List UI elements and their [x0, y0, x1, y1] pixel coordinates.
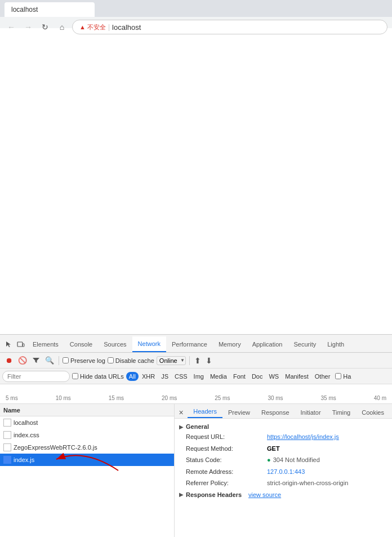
disable-cache-checkbox[interactable] [108, 357, 114, 363]
response-headers-section-title: Response Headers [186, 491, 242, 498]
filter-type-font[interactable]: Font [230, 372, 248, 380]
refresh-button[interactable]: ↻ [38, 20, 52, 34]
back-button[interactable]: ← [5, 20, 18, 34]
clear-button[interactable]: 🚫 [17, 355, 28, 366]
filter-type-all[interactable]: All [126, 372, 139, 381]
devtools-icon-responsive[interactable] [15, 336, 27, 352]
file-item-indexjs[interactable]: index.js [0, 454, 174, 466]
filter-type-doc[interactable]: Doc [249, 372, 266, 380]
timeline-label-0: 5 ms [6, 395, 18, 401]
hide-data-urls-label[interactable]: Hide data URLs [72, 373, 124, 380]
file-icon-zego [3, 443, 11, 451]
filter-types: All XHR JS CSS Img Media Font Doc WS Man… [126, 372, 333, 381]
timeline-label-6: 35 ms [321, 395, 336, 401]
details-content: ▶ General Request URL: https://localhost… [175, 419, 392, 502]
throttle-select-wrapper: Online [157, 356, 186, 365]
file-name-css: index.css [14, 432, 39, 438]
request-method-value: GET [267, 444, 280, 454]
details-tab-response[interactable]: Response [256, 407, 295, 418]
ha-checkbox[interactable] [335, 373, 341, 379]
tab-application[interactable]: Application [247, 336, 288, 352]
details-tab-initiator[interactable]: Initiator [295, 407, 327, 418]
timeline-label-2: 15 ms [109, 395, 124, 401]
tab-security[interactable]: Security [288, 336, 322, 352]
details-panel: × Headers Preview Response Initiator Tim… [175, 404, 392, 537]
timeline-label-5: 30 ms [268, 395, 283, 401]
general-section-title: General [186, 423, 209, 430]
close-button[interactable]: × [177, 407, 185, 418]
file-name-localhost: localhost [14, 419, 38, 426]
file-item-wrapper: index.js [0, 454, 174, 466]
remote-address-key: Remote Address: [186, 467, 265, 477]
address-input[interactable]: ▲ 不安全 | localhost [72, 20, 387, 34]
detail-row-status-code: Status Code: 304 Not Modified [179, 454, 387, 466]
response-headers-triangle-icon: ▶ [179, 491, 184, 498]
filter-toggle-button[interactable] [30, 355, 42, 366]
filter-type-css[interactable]: CSS [172, 372, 190, 380]
timeline-label-4: 25 ms [215, 395, 230, 401]
tab-performance[interactable]: Performance [166, 336, 213, 352]
browser-chrome: localhost ← → ↻ ⌂ ▲ 不安全 | localhost [0, 0, 392, 28]
details-tab-timing[interactable]: Timing [327, 407, 357, 418]
file-name-zego: ZegoExpressWebRTC-2.6.0.js [14, 444, 97, 451]
devtools-icon-cursor[interactable] [2, 336, 15, 352]
preserve-log-label[interactable]: Preserve log [63, 357, 105, 364]
security-warning: ▲ 不安全 [79, 23, 106, 32]
tab-network[interactable]: Network [132, 336, 166, 352]
disable-cache-label[interactable]: Disable cache [108, 357, 154, 364]
file-list: Name localhost index.css ZegoExpressWebR… [0, 404, 175, 537]
filter-type-manifest[interactable]: Manifest [282, 372, 311, 380]
filter-type-ws[interactable]: WS [266, 372, 282, 380]
filter-type-other[interactable]: Other [312, 372, 333, 380]
filter-type-js[interactable]: JS [158, 372, 171, 380]
general-section-header[interactable]: ▶ General [179, 421, 387, 431]
tab-console[interactable]: Console [64, 336, 98, 352]
network-toolbar: ⏺ 🚫 🔍 Preserve log Disable cache Online … [0, 353, 392, 369]
tab-sources[interactable]: Sources [98, 336, 132, 352]
details-tab-headers[interactable]: Headers [188, 406, 222, 418]
details-tab-preview[interactable]: Preview [222, 407, 256, 418]
record-button[interactable]: ⏺ [3, 355, 15, 366]
forward-button[interactable]: → [21, 20, 35, 34]
filter-type-media[interactable]: Media [207, 372, 230, 380]
response-headers-section-header[interactable]: ▶ Response Headers view source [179, 489, 387, 499]
timeline-label-3: 20 ms [162, 395, 177, 401]
detail-row-request-url: Request URL: https://localhost/js/index.… [179, 431, 387, 443]
details-tab-cookies[interactable]: Cookies [356, 407, 390, 418]
tab-memory[interactable]: Memory [213, 336, 247, 352]
filter-type-img[interactable]: Img [191, 372, 207, 380]
timeline: 5 ms 10 ms 15 ms 20 ms 25 ms 30 ms 35 ms… [0, 384, 392, 404]
filter-bar: Hide data URLs All XHR JS CSS Img Media … [0, 369, 392, 384]
active-tab[interactable]: localhost [5, 2, 95, 17]
detail-row-referrer-policy: Referrer Policy: strict-origin-when-cros… [179, 477, 387, 489]
tab-elements[interactable]: Elements [27, 336, 64, 352]
file-name-indexjs: index.js [14, 456, 34, 463]
file-icon-indexjs [3, 456, 11, 464]
file-icon-localhost [3, 419, 11, 427]
file-item-css[interactable]: index.css [0, 429, 174, 441]
home-button[interactable]: ⌂ [55, 20, 69, 34]
import-button[interactable]: ⬆ [193, 356, 202, 365]
url-display: localhost [112, 23, 141, 32]
status-code-value: 304 Not Modified [267, 455, 320, 465]
status-code-key: Status Code: [186, 455, 265, 465]
search-button[interactable]: 🔍 [44, 355, 55, 366]
view-source-link[interactable]: view source [248, 491, 281, 498]
details-tabs: × Headers Preview Response Initiator Tim… [175, 404, 392, 419]
detail-row-request-method: Request Method: GET [179, 443, 387, 455]
hide-data-urls-checkbox[interactable] [72, 373, 78, 379]
devtools-main: Name localhost index.css ZegoExpressWebR… [0, 404, 392, 537]
filter-input[interactable] [2, 371, 70, 382]
file-list-header: Name [0, 404, 174, 416]
preserve-log-checkbox[interactable] [63, 357, 69, 363]
export-button[interactable]: ⬇ [204, 356, 213, 365]
ha-label[interactable]: Ha [335, 373, 351, 380]
file-item-zego[interactable]: ZegoExpressWebRTC-2.6.0.js [0, 441, 174, 454]
file-item-localhost[interactable]: localhost [0, 416, 174, 429]
tab-lighthouse[interactable]: Lighth [322, 336, 350, 352]
timeline-label-7: 40 m [374, 395, 386, 401]
request-url-value[interactable]: https://localhost/js/index.js [267, 432, 339, 442]
throttle-select[interactable]: Online [157, 356, 186, 365]
general-triangle-icon: ▶ [179, 424, 184, 430]
filter-type-xhr[interactable]: XHR [139, 372, 158, 380]
